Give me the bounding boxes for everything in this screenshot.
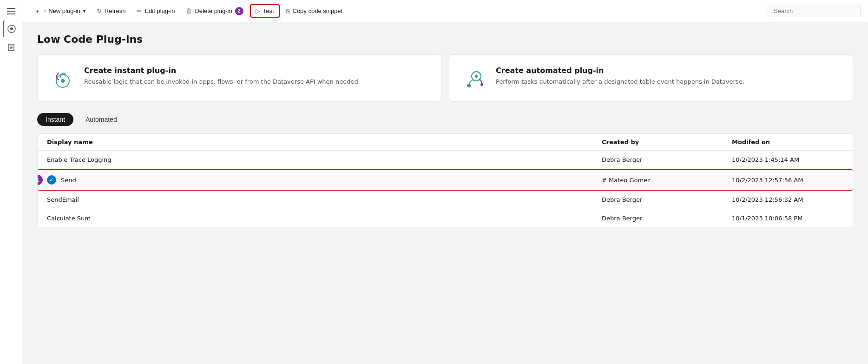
row-created-by: Debra Berger [602,156,732,163]
row-modified-on: 10/2/2023 1:45:14 AM [732,156,843,163]
instant-plugin-desc: Reusable logic that can be invoked in ap… [84,78,360,86]
instant-plugin-title: Create instant plug-in [84,66,360,75]
row-modified-on: 10/2/2023 12:57:56 AM [732,177,843,184]
table-row[interactable]: Enable Trace Logging Debra Berger 10/2/2… [38,151,853,169]
row-name-with-check: ✓ Send [47,175,602,185]
toolbar: ＋ + New plug-in ▾ ↻ Refresh ✏ Edit plug-… [22,0,868,22]
test-label: Test [263,7,274,14]
sidebar [0,0,22,364]
copy-snippet-button[interactable]: ⎘ Copy code snippet [282,5,348,17]
row-badge: 1 [37,175,43,185]
content-area: Low Code Plug-ins Create instant plug-in… [22,22,868,364]
new-plugin-label: + New plug-in [43,7,80,14]
svg-point-1 [10,27,13,30]
edit-plugin-button[interactable]: ✏ Edit plug-in [132,5,179,17]
play-icon: ▷ [256,7,260,14]
page-title: Low Code Plug-ins [37,33,853,45]
table-row[interactable]: Calculate Sum Debra Berger 10/1/2023 10:… [38,209,853,228]
automated-plugin-text: Create automated plug-in Perform tasks a… [496,66,744,86]
header-modified-on: Modifed on [732,139,843,146]
header-display-name: Display name [47,139,602,146]
plugin-table: Display name Created by Modifed on Enabl… [37,133,853,228]
copy-label: Copy code snippet [293,7,343,14]
row-created-by: # Mateo Gomez [602,177,732,184]
table-row[interactable]: SendEmail Debra Berger 10/2/2023 12:56:3… [38,191,853,209]
hamburger-menu[interactable] [4,4,19,19]
refresh-label: Refresh [105,7,126,14]
instant-plugin-text: Create instant plug-in Reusable logic th… [84,66,360,86]
row-name: Enable Trace Logging [47,156,602,163]
sidebar-icon-book[interactable] [3,39,20,56]
plus-icon: ＋ [34,7,40,15]
svg-point-11 [480,83,483,86]
plugin-tabs: Instant Automated [37,113,853,126]
search-input[interactable] [768,5,861,17]
instant-plugin-card[interactable]: Create instant plug-in Reusable logic th… [37,54,441,102]
instant-plugin-icon [51,66,75,90]
delete-label: Delete plug-in [195,7,232,14]
main-container: ＋ + New plug-in ▾ ↻ Refresh ✏ Edit plug-… [22,0,868,364]
svg-point-10 [475,75,478,78]
sidebar-icon-network[interactable] [3,20,20,37]
table-header: Display name Created by Modifed on [38,134,853,151]
refresh-icon: ↻ [97,7,102,14]
automated-plugin-card[interactable]: Create automated plug-in Perform tasks a… [449,54,853,102]
delete-badge: 2 [235,7,243,15]
row-name: Send [61,177,76,184]
automated-plugin-icon [462,66,487,90]
row-created-by: Debra Berger [602,196,732,203]
header-created-by: Created by [602,139,732,146]
tab-automated[interactable]: Automated [77,113,125,126]
chevron-down-icon: ▾ [83,8,85,13]
edit-icon: ✏ [137,7,142,14]
row-modified-on: 10/2/2023 12:56:32 AM [732,196,843,203]
automated-plugin-title: Create automated plug-in [496,66,744,75]
new-plugin-button[interactable]: ＋ + New plug-in ▾ [30,5,90,18]
refresh-button[interactable]: ↻ Refresh [92,5,131,17]
copy-icon: ⎘ [286,7,290,14]
tab-instant[interactable]: Instant [37,113,73,126]
row-modified-on: 10/1/2023 10:06:58 PM [732,215,843,222]
test-button[interactable]: ▷ Test [250,4,280,18]
automated-plugin-desc: Perform tasks automatically after a desi… [496,78,744,86]
table-row-selected[interactable]: 1 ✓ Send # Mateo Gomez 10/2/2023 12:57:5… [37,169,853,191]
check-icon: ✓ [47,175,56,185]
row-name: Calculate Sum [47,215,602,222]
delete-plugin-button[interactable]: 🗑 Delete plug-in 2 [181,5,248,18]
delete-icon: 🗑 [186,7,192,14]
plugin-cards: Create instant plug-in Reusable logic th… [37,54,853,102]
svg-point-9 [467,84,471,87]
row-name: SendEmail [47,196,602,203]
row-created-by: Debra Berger [602,215,732,222]
edit-label: Edit plug-in [145,7,175,14]
